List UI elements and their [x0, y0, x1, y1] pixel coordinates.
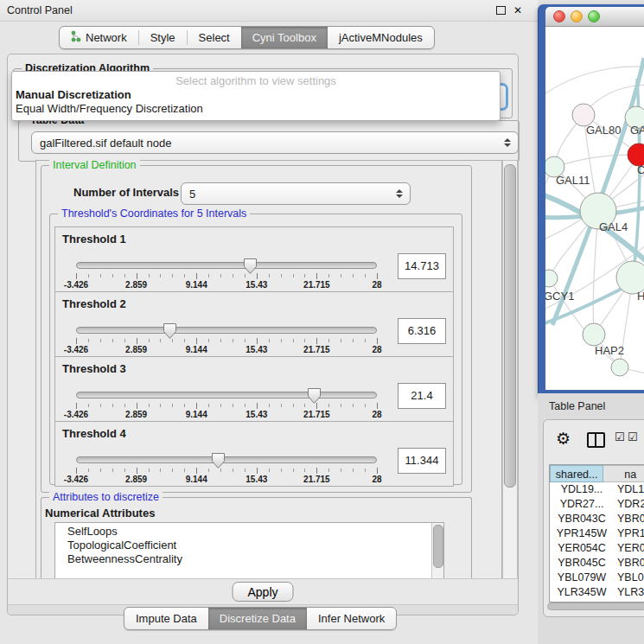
tab-discretize-data[interactable]: Discretize Data — [208, 608, 307, 629]
table-row[interactable]: YBR043C YBR0 — [550, 512, 644, 526]
slider-tick-labels: -3.4262.8599.14415.4321.71528 — [76, 345, 377, 355]
network-edge[interactable] — [554, 155, 639, 167]
numerical-attributes-list[interactable]: SelfLoopsTopologicalCoefficientBetweenne… — [54, 522, 444, 581]
slider-handle[interactable] — [244, 258, 257, 274]
apply-button[interactable]: Apply — [232, 582, 293, 602]
threshold-slider[interactable]: -3.4262.8599.14415.4321.71528 — [76, 388, 377, 418]
table-header: shared...na — [550, 465, 644, 482]
attribute-item[interactable]: BetweennessCentrality — [67, 552, 443, 566]
list-scrollbar[interactable] — [431, 523, 443, 580]
slider-ticks — [76, 337, 377, 344]
network-window-titlebar[interactable] — [545, 7, 644, 27]
algorithm-option[interactable]: Manual Discretization — [16, 88, 131, 101]
cell-name[interactable]: YBR0 — [614, 512, 644, 526]
threshold-value-field[interactable]: 11.344 — [398, 448, 446, 474]
checkbox-icon[interactable]: ☑ — [615, 430, 625, 443]
table-row[interactable]: YBR045C YBR0 — [550, 556, 644, 571]
cell-name[interactable]: YER0 — [614, 541, 644, 556]
cell-shared-name[interactable]: YER054C — [550, 541, 614, 556]
tab-jactivemnodules[interactable]: jActiveMNodules — [328, 27, 434, 48]
tab-impute-data[interactable]: Impute Data — [124, 608, 208, 629]
slider-handle[interactable] — [212, 453, 225, 469]
zoom-traffic-light[interactable] — [588, 10, 600, 22]
tick-label: -3.426 — [64, 410, 88, 419]
tick-mark — [112, 274, 113, 277]
attribute-item[interactable]: SelfLoops — [67, 525, 443, 539]
table-row[interactable]: YBL079W YBL0 — [550, 571, 644, 585]
gear-icon[interactable]: ⚙ — [556, 429, 571, 449]
threshold-value-field[interactable]: 6.316 — [398, 318, 446, 344]
slider-track[interactable] — [76, 327, 377, 334]
table-hscrollbar[interactable] — [547, 603, 644, 610]
table-row[interactable]: YDR27... YDR2 — [550, 497, 644, 512]
cell-shared-name[interactable]: YBR045C — [550, 556, 614, 571]
panel-scrollbar[interactable] — [502, 160, 518, 580]
tick-mark — [137, 338, 137, 344]
minimize-traffic-light[interactable] — [571, 10, 583, 22]
number-of-intervals-combo[interactable]: 5 — [181, 182, 411, 205]
cell-shared-name[interactable]: YDL19... — [550, 482, 614, 497]
close-icon[interactable]: ✕ — [513, 6, 522, 15]
algorithm-option[interactable]: Equal Width/Frequency Discretization — [16, 102, 203, 115]
threshold-value-field[interactable]: 14.713 — [398, 253, 446, 279]
cell-name[interactable]: YDR2 — [614, 497, 644, 512]
node-label: GAL11 — [556, 174, 590, 187]
close-traffic-light[interactable] — [553, 10, 565, 22]
tick-mark — [149, 404, 150, 407]
cell-name[interactable]: YPR1 — [614, 526, 644, 541]
tab-label: Infer Network — [318, 612, 385, 625]
tick-mark — [100, 339, 101, 342]
slider-handle[interactable] — [308, 388, 321, 404]
panel-scrollbar-thumb[interactable] — [504, 164, 516, 488]
thresholds-group: Threshold's Coordinates for 5 Intervals … — [49, 214, 462, 485]
slider-ticks — [76, 272, 377, 279]
tick-label: 15.43 — [245, 475, 267, 484]
cell-name[interactable]: YDL1 — [614, 482, 644, 497]
node-label: C — [637, 163, 644, 176]
cell-shared-name[interactable]: YPR145W — [550, 526, 614, 541]
split-view-icon[interactable] — [587, 432, 605, 448]
tab-infer-network[interactable]: Infer Network — [307, 608, 396, 629]
slider-track[interactable] — [76, 392, 377, 399]
tick-mark — [160, 339, 161, 342]
threshold-value-field[interactable]: 21.4 — [398, 383, 446, 409]
tick-mark — [88, 404, 89, 407]
table-row[interactable]: YPR145W YPR1 — [550, 526, 644, 541]
threshold-slider[interactable]: -3.4262.8599.14415.4321.71528 — [76, 453, 377, 482]
tab-network[interactable]: Network — [60, 27, 138, 48]
slider-track[interactable] — [76, 262, 377, 269]
table-row[interactable]: YDL19... YDL1 — [550, 482, 644, 497]
slider-track[interactable] — [76, 456, 377, 463]
float-window-icon[interactable] — [496, 6, 506, 15]
cell-name[interactable]: YBL0 — [614, 571, 644, 585]
cell-shared-name[interactable]: YBL079W — [550, 571, 614, 585]
table-row[interactable]: YLR345W YLR3 — [550, 585, 644, 600]
tab-style[interactable]: Style — [139, 27, 187, 48]
cell-name[interactable]: YLR3 — [614, 585, 644, 600]
tab-cyni-toolbox[interactable]: Cyni Toolbox — [241, 27, 328, 48]
network-node[interactable] — [611, 359, 628, 376]
network-node[interactable] — [583, 323, 605, 346]
checkbox-icon[interactable]: ☑ — [628, 430, 638, 443]
list-scrollbar-thumb[interactable] — [433, 525, 443, 568]
tick-mark — [172, 469, 173, 472]
cell-shared-name[interactable]: YDR27... — [550, 497, 614, 512]
table-data-combo[interactable]: galFiltered.sif default node — [31, 131, 519, 154]
network-edge[interactable] — [545, 67, 644, 99]
network-canvas[interactable]: GAL80GACGAL11GAL4GCY1HHAP2 — [545, 27, 644, 390]
attribute-item[interactable]: TopologicalCoefficient — [67, 539, 443, 552]
numerical-attributes-label: Numerical Attributes — [45, 507, 155, 520]
network-node[interactable] — [545, 270, 558, 287]
threshold-slider[interactable]: -3.4262.8599.14415.4321.71528 — [76, 258, 377, 288]
tab-select[interactable]: Select — [188, 27, 241, 48]
column-header[interactable]: shared... — [550, 465, 603, 482]
cell-shared-name[interactable]: YBR043C — [550, 512, 614, 526]
cell-shared-name[interactable]: YLR345W — [550, 585, 614, 600]
slider-handle[interactable] — [163, 323, 176, 339]
table-row[interactable]: YER054C YER0 — [550, 541, 644, 556]
threshold-slider[interactable]: -3.4262.8599.14415.4321.71528 — [76, 323, 377, 353]
column-header[interactable]: na — [603, 465, 644, 482]
tab-label: Style — [150, 31, 175, 44]
table-hscrollbar-thumb[interactable] — [547, 603, 644, 610]
cell-name[interactable]: YBR0 — [614, 556, 644, 571]
